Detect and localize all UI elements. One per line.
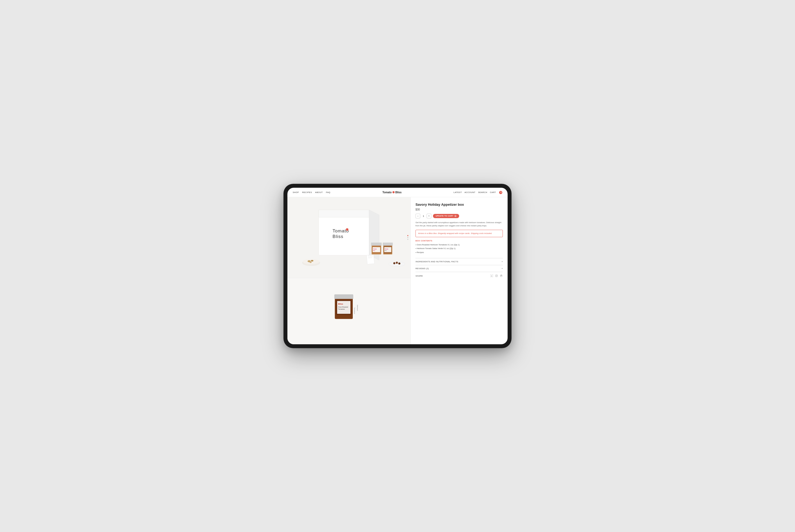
nav-cart[interactable]: CART xyxy=(490,191,496,193)
quantity-display: 1 xyxy=(422,215,425,217)
svg-text:Bliss: Bliss xyxy=(373,250,375,251)
ingredients-accordion-header[interactable]: INGREDIENTS AND NUTRITIONAL FACTS + xyxy=(415,258,503,265)
svg-rect-48 xyxy=(495,275,498,277)
box-item-1: Oven-Roasted Heirloom Tomatoes 9.1 oz (Q… xyxy=(415,243,503,247)
reviews-accordion-item: REVIEWS (2) + xyxy=(415,265,503,272)
accordion: INGREDIENTS AND NUTRITIONAL FACTS + REVI… xyxy=(415,258,503,272)
product-price: $30 xyxy=(415,208,503,211)
instagram-share-icon[interactable] xyxy=(495,274,498,278)
box-item-3: Recipes xyxy=(415,251,503,254)
nav-account[interactable]: ACCOUNT xyxy=(465,191,475,193)
svg-rect-16 xyxy=(383,243,393,245)
nav-latest[interactable]: LATEST xyxy=(454,191,462,193)
tomato-dot-icon xyxy=(393,191,395,193)
svg-point-27 xyxy=(393,262,395,264)
svg-text:f: f xyxy=(491,275,492,277)
product-title: Savory Holiday Appetizer box xyxy=(415,203,503,207)
gallery-secondary-image: Bliss Oven-Roasted Tomatoes Tomatoes Hei… xyxy=(287,278,411,344)
svg-text:Tomatoes: Tomatoes xyxy=(354,307,356,314)
svg-text:Heirloom: Heirloom xyxy=(357,305,358,311)
svg-point-25 xyxy=(310,262,312,263)
svg-point-45 xyxy=(456,216,456,216)
nav-left: SHOP RECIPES ABOUT FAQ xyxy=(293,191,330,193)
svg-point-7 xyxy=(346,228,348,231)
svg-text:Oven-Roasted: Oven-Roasted xyxy=(338,306,348,307)
brand-name-part2: Bliss xyxy=(395,191,401,194)
product-details: Savory Holiday Appetizer box $30 − 1 + U… xyxy=(411,197,508,344)
reviews-accordion-plus-icon: + xyxy=(502,268,503,270)
pinterest-share-icon[interactable]: p xyxy=(500,274,503,278)
share-section: SHARE f xyxy=(415,272,503,280)
share-icons: f p xyxy=(490,274,503,278)
nav-faq[interactable]: FAQ xyxy=(326,191,330,193)
highlight-box: Arrives in a Bliss Box. Elegantly wrappe… xyxy=(415,230,503,237)
svg-text:Bliss: Bliss xyxy=(333,234,344,239)
brand-logo[interactable]: TomatoBliss xyxy=(382,191,401,194)
product-gallery: Tomato Bliss Tomato Bliss xyxy=(287,197,411,344)
box-contents-label: BOX CONTENTS xyxy=(415,240,503,242)
svg-rect-10 xyxy=(371,243,382,245)
quantity-decrease-button[interactable]: − xyxy=(415,214,420,218)
product-description: Get the party started with scrumptious a… xyxy=(415,221,503,227)
navigation: SHOP RECIPES ABOUT FAQ TomatoBliss LATES… xyxy=(287,188,508,197)
nav-right: LATEST ACCOUNT SEARCH CART xyxy=(454,191,502,194)
svg-text:Tomatoes: Tomatoes xyxy=(338,308,345,310)
gallery-dot-1[interactable] xyxy=(407,235,408,236)
svg-point-1 xyxy=(501,193,502,193)
brand-name-part1: Tomato xyxy=(382,191,392,194)
cart-icon xyxy=(499,191,502,194)
update-to-cart-button[interactable]: UPDATE TO CART xyxy=(433,214,459,218)
svg-point-28 xyxy=(396,262,398,264)
svg-text:Bliss: Bliss xyxy=(385,250,387,251)
facebook-share-icon[interactable]: f xyxy=(490,274,493,278)
box-contents-list: Oven-Roasted Heirloom Tomatoes 9.1 oz (Q… xyxy=(415,243,503,254)
nav-about[interactable]: ABOUT xyxy=(315,191,323,193)
svg-text:Tomato: Tomato xyxy=(385,249,389,250)
svg-text:Bliss: Bliss xyxy=(338,303,343,305)
tablet-screen: SHOP RECIPES ABOUT FAQ TomatoBliss LATES… xyxy=(287,188,508,344)
svg-point-22 xyxy=(303,259,320,264)
quantity-increase-button[interactable]: + xyxy=(427,214,431,218)
quantity-row: − 1 + UPDATE TO CART xyxy=(415,214,503,218)
highlight-text: Arrives in a Bliss Box. Elegantly wrappe… xyxy=(418,232,500,235)
svg-point-29 xyxy=(398,263,400,265)
svg-rect-4 xyxy=(319,210,369,217)
gallery-dot-3[interactable] xyxy=(407,239,408,240)
reviews-accordion-label: REVIEWS (2) xyxy=(415,267,429,270)
gallery-dots xyxy=(407,235,408,240)
ingredients-accordion-plus-icon: + xyxy=(502,261,503,263)
ingredients-accordion-label: INGREDIENTS AND NUTRITIONAL FACTS xyxy=(415,261,458,263)
share-label: SHARE xyxy=(415,275,423,277)
svg-point-44 xyxy=(455,216,456,216)
svg-point-49 xyxy=(496,275,497,276)
box-item-2: Heirloom Tomato Salsa Verde 9.1 oz (Qty … xyxy=(415,247,503,251)
nav-recipes[interactable]: RECIPES xyxy=(302,191,312,193)
main-content: Tomato Bliss Tomato Bliss xyxy=(287,197,508,344)
ingredients-accordion-item: INGREDIENTS AND NUTRITIONAL FACTS + xyxy=(415,258,503,265)
gallery-dot-2[interactable] xyxy=(407,237,408,238)
cart-button-icon xyxy=(454,215,456,217)
svg-text:Tomato: Tomato xyxy=(373,249,377,250)
nav-search[interactable]: SEARCH xyxy=(478,191,487,193)
svg-point-24 xyxy=(311,260,313,262)
svg-rect-36 xyxy=(334,294,353,299)
tablet-frame: SHOP RECIPES ABOUT FAQ TomatoBliss LATES… xyxy=(284,184,511,348)
svg-text:p: p xyxy=(501,275,502,277)
reviews-accordion-header[interactable]: REVIEWS (2) + xyxy=(415,265,503,272)
box-contents-section: BOX CONTENTS Oven-Roasted Heirloom Tomat… xyxy=(415,240,503,254)
gallery-main-image: Tomato Bliss Tomato Bliss xyxy=(287,197,411,278)
svg-rect-30 xyxy=(366,254,375,264)
nav-shop[interactable]: SHOP xyxy=(293,191,299,193)
